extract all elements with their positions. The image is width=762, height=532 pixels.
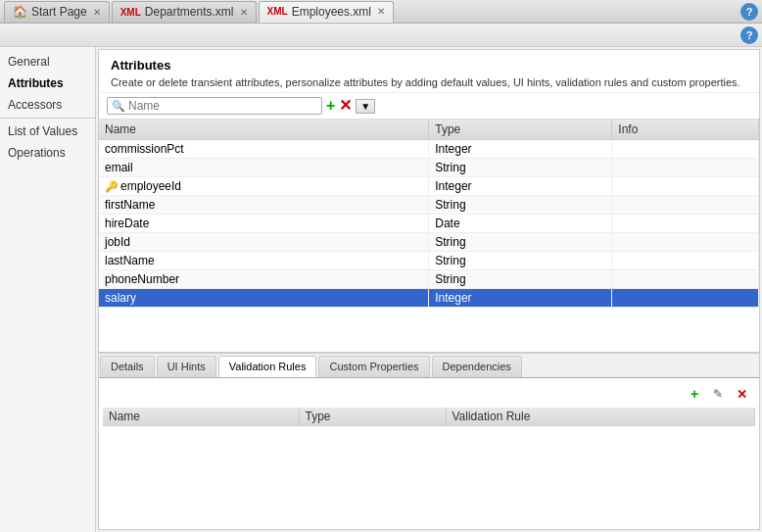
vcol-rule: Validation Rule	[446, 408, 755, 426]
attributes-area: 🔍 + ✕ ▼ Name Type Info	[99, 93, 759, 529]
bottom-panel: Details UI Hints Validation Rules Custom…	[99, 353, 759, 529]
sidebar-item-general[interactable]: General	[0, 51, 95, 73]
tab-bar: 🏠 Start Page ✕ XML Departments.xml ✕ XML…	[0, 0, 762, 24]
tab-validation-rules[interactable]: Validation Rules	[218, 356, 317, 377]
panel-tabs: Details UI Hints Validation Rules Custom…	[99, 354, 759, 378]
tab-employees-label: Employees.xml	[292, 5, 371, 19]
tab-departments[interactable]: XML Departments.xml ✕	[112, 1, 257, 23]
attributes-table-container: Name Type Info commissionPctIntegeremail…	[99, 120, 759, 353]
content-header: Attributes Create or delete transient at…	[99, 50, 759, 93]
col-name: Name	[99, 120, 429, 140]
sidebar-item-accessors[interactable]: Accessors	[0, 94, 95, 116]
tab-dependencies[interactable]: Dependencies	[432, 356, 522, 377]
tab-start-close[interactable]: ✕	[93, 7, 101, 18]
toolbar-help-icon[interactable]: ?	[740, 26, 758, 44]
table-row[interactable]: salaryInteger	[99, 289, 759, 308]
home-icon: 🏠	[13, 5, 27, 19]
panel-content: + ✎ ✕ Name Type Validation Rule	[99, 378, 759, 529]
remove-attribute-button[interactable]: ✕	[339, 98, 352, 114]
table-row[interactable]: firstNameString	[99, 196, 759, 215]
table-row[interactable]: lastNameString	[99, 252, 759, 270]
search-bar: 🔍 + ✕ ▼	[99, 93, 759, 120]
table-row[interactable]: emailString	[99, 159, 759, 177]
table-row[interactable]: jobIdString	[99, 233, 759, 252]
sidebar-item-attributes[interactable]: Attributes	[0, 73, 95, 94]
tab-departments-label: Departments.xml	[145, 5, 234, 19]
col-type: Type	[429, 120, 612, 140]
add-attribute-button[interactable]: +	[326, 98, 335, 114]
panel-edit-button[interactable]: ✎	[708, 384, 728, 404]
xml-icon-employees: XML	[267, 6, 288, 17]
search-input-wrap[interactable]: 🔍	[107, 97, 322, 115]
panel-remove-button[interactable]: ✕	[732, 384, 751, 404]
attributes-table: Name Type Info commissionPctIntegeremail…	[99, 120, 759, 308]
content-area: Attributes Create or delete transient at…	[98, 49, 760, 530]
col-info: Info	[612, 120, 759, 140]
sidebar-item-list-of-values[interactable]: List of Values	[0, 121, 95, 142]
page-description: Create or delete transient attributes, p…	[111, 76, 747, 88]
tab-ui-hints[interactable]: UI Hints	[157, 356, 216, 377]
vcol-type: Type	[299, 408, 446, 426]
page-title: Attributes	[111, 58, 747, 73]
sidebar-item-operations[interactable]: Operations	[0, 142, 95, 164]
tab-start-page[interactable]: 🏠 Start Page ✕	[4, 1, 110, 23]
search-icon: 🔍	[112, 100, 125, 113]
vcol-name: Name	[103, 408, 299, 426]
main-layout: General Attributes Accessors List of Val…	[0, 47, 762, 532]
table-row[interactable]: 🔑employeeIdInteger	[99, 177, 759, 196]
dropdown-button[interactable]: ▼	[356, 99, 375, 114]
tab-employees[interactable]: XML Employees.xml ✕	[259, 1, 394, 23]
tab-details[interactable]: Details	[100, 356, 155, 377]
tab-employees-close[interactable]: ✕	[377, 6, 385, 17]
key-icon: 🔑	[105, 180, 119, 193]
table-row[interactable]: phoneNumberString	[99, 270, 759, 289]
tab-custom-properties[interactable]: Custom Properties	[318, 356, 429, 377]
sidebar: General Attributes Accessors List of Val…	[0, 47, 96, 532]
panel-add-button[interactable]: +	[685, 384, 704, 404]
validation-table: Name Type Validation Rule	[103, 408, 755, 426]
tab-start-label: Start Page	[31, 5, 87, 19]
table-row[interactable]: commissionPctInteger	[99, 140, 759, 159]
sidebar-separator	[0, 118, 95, 119]
tab-departments-close[interactable]: ✕	[240, 7, 248, 18]
help-button[interactable]: ?	[740, 3, 758, 21]
table-row[interactable]: hireDateDate	[99, 215, 759, 233]
toolbar: ?	[0, 24, 762, 47]
xml-icon-departments: XML	[120, 7, 141, 18]
panel-toolbar: + ✎ ✕	[103, 382, 755, 406]
search-input[interactable]	[128, 99, 317, 113]
